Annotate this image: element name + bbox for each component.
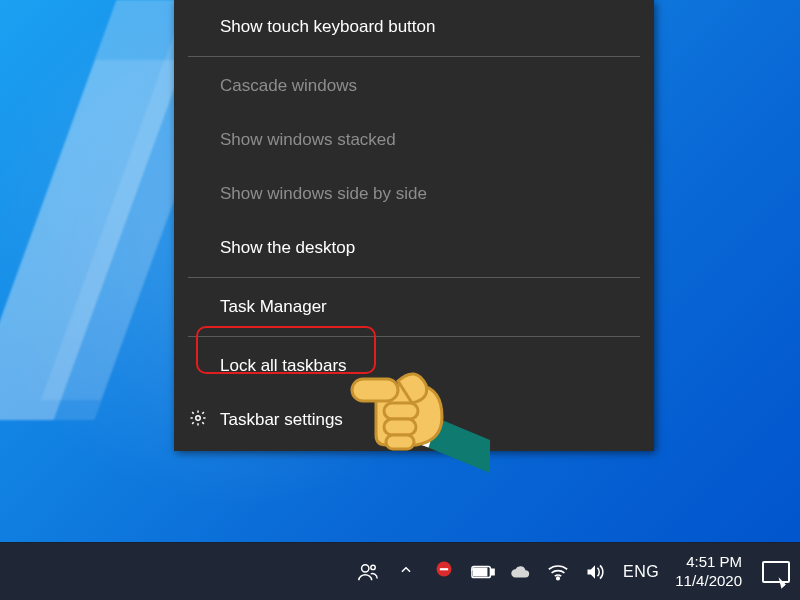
svg-rect-12 bbox=[491, 569, 494, 575]
tray-overflow-chevron-icon[interactable] bbox=[395, 562, 417, 582]
menu-item-label: Show windows stacked bbox=[220, 130, 396, 150]
taskbar-context-menu: Show touch keyboard button Cascade windo… bbox=[174, 0, 654, 451]
menu-item-show-windows-side-by-side: Show windows side by side bbox=[174, 167, 654, 221]
menu-item-task-manager[interactable]: Task Manager bbox=[174, 280, 654, 334]
svg-point-7 bbox=[362, 564, 369, 571]
menu-item-label: Show the desktop bbox=[220, 238, 355, 258]
menu-item-label: Lock all taskbars bbox=[220, 356, 347, 376]
menu-item-show-windows-stacked: Show windows stacked bbox=[174, 113, 654, 167]
gear-icon bbox=[188, 409, 208, 431]
wifi-icon[interactable] bbox=[547, 563, 569, 581]
menu-item-label: Cascade windows bbox=[220, 76, 357, 96]
battery-icon[interactable] bbox=[471, 564, 493, 580]
clock-date: 11/4/2020 bbox=[675, 572, 742, 591]
menu-item-label: Taskbar settings bbox=[220, 410, 343, 430]
language-indicator[interactable]: ENG bbox=[623, 563, 659, 581]
taskbar: ENG 4:51 PM 11/4/2020 bbox=[0, 542, 800, 600]
menu-item-cascade-windows: Cascade windows bbox=[174, 59, 654, 113]
svg-point-0 bbox=[196, 416, 201, 421]
menu-item-taskbar-settings[interactable]: Taskbar settings bbox=[174, 393, 654, 447]
tray-app-icon[interactable] bbox=[433, 559, 455, 584]
onedrive-cloud-icon[interactable] bbox=[509, 564, 531, 580]
menu-separator bbox=[188, 277, 640, 278]
menu-item-show-the-desktop[interactable]: Show the desktop bbox=[174, 221, 654, 275]
clock-time: 4:51 PM bbox=[675, 553, 742, 572]
svg-point-8 bbox=[371, 565, 375, 569]
menu-item-label: Show windows side by side bbox=[220, 184, 427, 204]
svg-point-14 bbox=[557, 577, 560, 580]
volume-icon[interactable] bbox=[585, 563, 607, 581]
menu-separator bbox=[188, 56, 640, 57]
menu-item-lock-all-taskbars[interactable]: Lock all taskbars bbox=[174, 339, 654, 393]
menu-item-label: Task Manager bbox=[220, 297, 327, 317]
action-center-icon[interactable] bbox=[762, 561, 790, 583]
menu-item-label: Show touch keyboard button bbox=[220, 17, 435, 37]
taskbar-clock[interactable]: 4:51 PM 11/4/2020 bbox=[675, 553, 742, 591]
menu-item-show-touch-keyboard-button[interactable]: Show touch keyboard button bbox=[174, 0, 654, 54]
people-icon[interactable] bbox=[357, 561, 379, 583]
system-tray: ENG 4:51 PM 11/4/2020 bbox=[353, 543, 800, 600]
svg-rect-10 bbox=[440, 568, 448, 570]
menu-separator bbox=[188, 336, 640, 337]
